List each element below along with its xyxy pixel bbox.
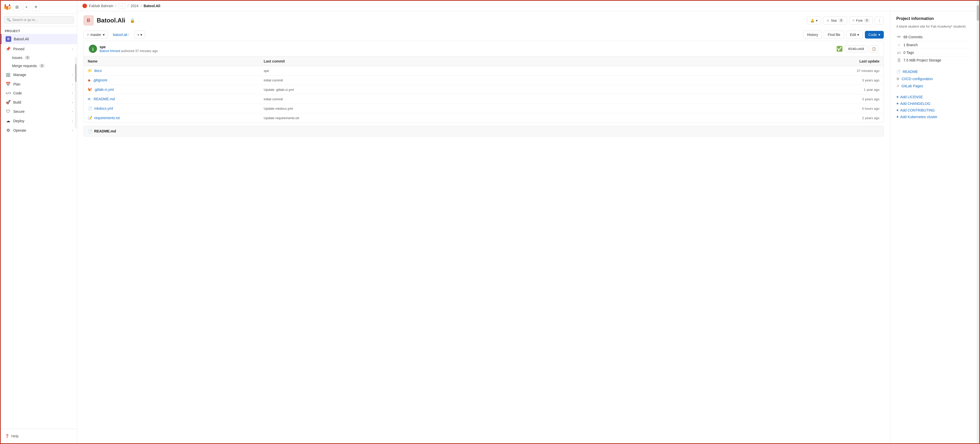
project-avatar: B <box>6 36 11 42</box>
sidebar-item-operate[interactable]: ⚙ Operate › <box>1 126 77 135</box>
plan-icon: 📅 <box>6 82 11 86</box>
sidebar-item-deploy[interactable]: ☁ Deploy › <box>1 116 77 126</box>
stat-commits[interactable]: 68 Commits <box>896 33 970 41</box>
more-actions-button[interactable]: ⋮ <box>875 17 884 24</box>
folder-icon: 📁 <box>88 68 92 73</box>
sidebar-item-pinned[interactable]: 📌 Pinned › <box>1 44 77 54</box>
add-kubernetes-label: Add Kubernetes cluster <box>900 115 937 119</box>
breadcrumb-org[interactable]: Fablab Bahrain <box>89 4 113 8</box>
sidebar-item-manage[interactable]: 🏢 Manage › <box>1 70 77 80</box>
plus-contributing-icon: + <box>896 108 899 113</box>
add-license-link[interactable]: + Add LICENSE <box>896 94 970 100</box>
copy-hash-button[interactable]: 📋 <box>870 45 878 52</box>
sidebar-item-code[interactable]: </> Code › <box>1 89 77 97</box>
add-changelog-link[interactable]: + Add CHANGELOG <box>896 100 970 107</box>
sidebar-item-label-plan: Plan <box>13 82 69 86</box>
sidebar-item-label-merge-requests: Merge requests <box>12 64 37 68</box>
check-circle-icon: ✅ <box>836 46 843 52</box>
commit-author: Batool Ahmed authored 37 minutes ago <box>100 49 158 53</box>
file-date-readme: 3 years ago <box>616 97 880 101</box>
add-contributing-label: Add CONTRIBUTING <box>900 108 935 112</box>
tag-icon: 🏷 <box>896 51 901 55</box>
tags-count: 0 Tags <box>904 51 914 55</box>
storage-size: 7.5 MiB Project Storage <box>904 58 941 62</box>
code-button[interactable]: Code ▾ <box>865 31 884 38</box>
branch-selector-button[interactable]: ⑂ master ▾ <box>83 30 108 39</box>
fork-label: Fork <box>856 19 862 22</box>
table-row[interactable]: .gitlab-ci.yml Update .gitlab-ci.yml 1 y… <box>84 85 883 94</box>
manage-icon: 🏢 <box>6 72 11 77</box>
commit-message: spe <box>100 45 158 49</box>
file-commit-readme: initial commit <box>264 97 616 101</box>
cicd-link[interactable]: CI/CD configuration <box>902 77 933 81</box>
sidebar-toggle-button[interactable]: ⊞ <box>13 3 21 11</box>
sidebar-item-label-operate: Operate <box>13 128 69 132</box>
file-table: Name Last commit Last update 📁 docs spe … <box>83 57 884 123</box>
table-row[interactable]: 📝 requirements.txt Update requirements.t… <box>84 113 883 123</box>
help-label: Help <box>11 434 19 438</box>
chevron-right-icon-plan: › <box>72 83 73 86</box>
commit-details: spe Batool Ahmed authored 37 minutes ago <box>100 45 158 53</box>
sidebar-item-project[interactable]: B Batool.Ali <box>1 34 77 44</box>
add-file-button[interactable]: + ▾ <box>135 30 145 39</box>
stat-branch[interactable]: ⑂ 1 Branch <box>896 41 970 49</box>
svg-point-1 <box>92 49 94 51</box>
right-scrollbar[interactable] <box>977 1 979 443</box>
readme-label: README.md <box>94 129 116 133</box>
add-chevron: ▾ <box>140 33 142 37</box>
code-btn-chevron: ▾ <box>878 33 880 37</box>
notifications-chevron: ▾ <box>816 19 818 22</box>
add-kubernetes-link[interactable]: + Add Kubernetes cluster <box>896 113 970 120</box>
sidebar-item-label-deploy: Deploy <box>13 119 69 123</box>
readme-bar[interactable]: 📄 README.md <box>83 126 884 137</box>
file-toolbar: ⑂ master ▾ batool.ali / + ▾ History Fi <box>77 29 890 41</box>
history-button[interactable]: History <box>803 30 822 39</box>
notifications-button[interactable]: 🔔 ▾ <box>807 17 821 24</box>
command-palette-button[interactable]: ✳ <box>32 3 40 11</box>
sidebar-item-secure[interactable]: 🛡 Secure › <box>1 107 77 116</box>
author-name[interactable]: Batool Ahmed <box>100 49 120 53</box>
sidebar-item-merge-requests[interactable]: Merge requests 0 <box>1 62 77 70</box>
readme-link[interactable]: README <box>903 70 918 74</box>
commit-right: ✅ 0546ce68 📋 <box>836 45 878 52</box>
add-contributing-link[interactable]: + Add CONTRIBUTING <box>896 107 970 113</box>
file-commit-gitignore: initial commit <box>264 78 616 82</box>
stat-tags[interactable]: 🏷 0 Tags <box>896 49 970 57</box>
link-readme[interactable]: 📄 README <box>896 68 970 75</box>
sidebar-item-label-pinned: Pinned <box>13 47 69 51</box>
star-label: Star <box>831 19 837 22</box>
file-commit-mkdocs: Update mkdocs.yml <box>264 107 616 110</box>
table-row[interactable]: 📁 docs spe 37 minutes ago <box>84 66 883 76</box>
breadcrumb-year[interactable]: 2024 <box>130 4 138 8</box>
table-row[interactable]: M↓ README.md initial commit 3 years ago <box>84 94 883 104</box>
pages-link[interactable]: GitLab Pages <box>901 84 923 88</box>
org-avatar <box>83 3 87 8</box>
star-button[interactable]: ☆ Star 0 <box>823 16 847 24</box>
sidebar-item-plan[interactable]: 📅 Plan › <box>1 80 77 89</box>
commit-hash: 0546ce68 <box>845 45 867 52</box>
sidebar-item-help[interactable]: ❓ Help <box>5 432 73 440</box>
file-name-gitlab-ci: .gitlab-ci.yml <box>94 88 114 92</box>
help-icon: ❓ <box>5 434 9 438</box>
sidebar-item-issues[interactable]: Issues 9 <box>1 54 77 62</box>
new-item-button[interactable]: + <box>23 3 30 11</box>
table-row[interactable]: ◆ .gitignore initial commit 3 years ago <box>84 76 883 85</box>
link-pages[interactable]: ↗ GitLab Pages <box>896 83 970 89</box>
issues-badge: 9 <box>25 56 30 60</box>
fork-button[interactable]: ⑂ Fork 0 <box>849 16 873 24</box>
search-box[interactable]: 🔍 Search or go to... <box>4 16 74 24</box>
sidebar-item-build[interactable]: 🚀 Build › <box>1 97 77 107</box>
edit-button[interactable]: Edit ▾ <box>846 30 863 39</box>
commit-bar: spe Batool Ahmed authored 37 minutes ago… <box>83 41 884 57</box>
top-breadcrumb-bar: Fablab Bahrain / ··· / 2024 / Batool.Ali <box>77 1 977 11</box>
breadcrumb-sep3: / <box>141 4 142 8</box>
readme-link-icon: 📄 <box>896 70 900 74</box>
path-root[interactable]: batool.ali <box>113 33 127 37</box>
table-row[interactable]: 📄 mkdocs.yml Update mkdocs.yml 4 hours a… <box>84 104 883 113</box>
col-commit: Last commit <box>264 59 616 63</box>
chevron-down-icon: › <box>72 47 73 51</box>
file-name-requirements: requirements.txt <box>94 116 120 120</box>
link-cicd[interactable]: ⚙ CI/CD configuration <box>896 75 970 83</box>
find-file-button[interactable]: Find file <box>824 30 844 39</box>
breadcrumb-more-button[interactable]: ··· <box>118 3 126 8</box>
